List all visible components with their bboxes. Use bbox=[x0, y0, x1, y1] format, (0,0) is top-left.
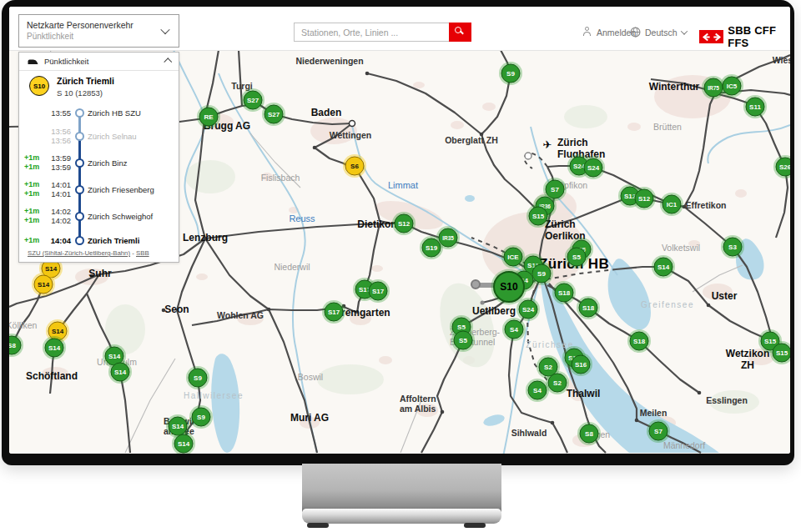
line-badge-s27[interactable]: S27 bbox=[244, 91, 263, 110]
language-selector[interactable]: Deutsch bbox=[630, 27, 687, 38]
stop-node bbox=[75, 212, 84, 221]
line-badge-s4[interactable]: S4 bbox=[528, 381, 547, 400]
line-badge-ir75[interactable]: IR75 bbox=[704, 78, 723, 98]
chevron-down-icon bbox=[680, 28, 687, 34]
line-badge-s14[interactable]: S14 bbox=[34, 275, 53, 294]
layer-dropdown-title: Netzkarte Personenverkehr bbox=[27, 20, 134, 30]
stop-row: 13:5613:56Zürich Selnau bbox=[19, 123, 179, 149]
panel-footer: SZU (Sihltal-Zürich-Uetliberg-Bahn) - SB… bbox=[28, 249, 149, 257]
stop-node bbox=[75, 158, 84, 168]
line-badge-s14[interactable]: S14 bbox=[111, 363, 130, 382]
screen: NiederweningenTurgiBrugg AGBadenWettinge… bbox=[9, 7, 790, 454]
monitor-stand bbox=[302, 464, 501, 512]
line-badge-s10-selected[interactable]: S10 bbox=[493, 271, 525, 303]
line-badge-s18[interactable]: S18 bbox=[630, 332, 649, 351]
login-button[interactable]: Anmelden bbox=[582, 27, 636, 38]
globe-icon bbox=[630, 27, 641, 38]
operator-link[interactable]: SZU (Sihltal-Zürich-Uetliberg-Bahn) bbox=[28, 249, 130, 257]
punctuality-panel: Pünktlichkeit S10 Zürich Triemli S 10 (1… bbox=[18, 52, 179, 263]
train-icon bbox=[28, 58, 38, 65]
sbb-link[interactable]: SBB bbox=[136, 249, 149, 257]
line-badge-ic1[interactable]: IC1 bbox=[662, 195, 682, 214]
stop-name: Zürich Triemli bbox=[86, 236, 179, 245]
line-badge-s18[interactable]: S18 bbox=[555, 284, 574, 303]
line-badge-s5[interactable]: S5 bbox=[454, 331, 473, 350]
line-badge-s24[interactable]: S24 bbox=[584, 158, 603, 178]
train-position-knob bbox=[471, 279, 481, 289]
stop-name: Zürich HB SZU bbox=[86, 108, 179, 118]
monitor-foot-right bbox=[464, 523, 486, 528]
stop-name: Zürich Selnau bbox=[86, 132, 179, 141]
line-badge-s27[interactable]: S27 bbox=[264, 105, 284, 124]
monitor-foot-left bbox=[307, 523, 329, 528]
stop-name: Zürich Binz bbox=[86, 158, 179, 168]
line-badge-s9[interactable]: S9 bbox=[192, 408, 211, 427]
search-input[interactable] bbox=[294, 23, 449, 42]
line-badge-s17[interactable]: S17 bbox=[369, 282, 388, 301]
line-badge-s14[interactable]: S14 bbox=[174, 434, 194, 454]
stop-node bbox=[75, 236, 84, 245]
language-label: Deutsch bbox=[645, 28, 678, 38]
line-badge-s9[interactable]: S9 bbox=[189, 369, 208, 388]
line-badge-s7[interactable]: S7 bbox=[649, 422, 668, 441]
stop-row: +1m+1m14:0114:01Zürich Friesenberg bbox=[19, 176, 179, 203]
train-info: S10 Zürich Triemli S 10 (12853) bbox=[29, 76, 114, 98]
stop-name: Zürich Schweighof bbox=[86, 212, 179, 221]
line-badge-s19[interactable]: S19 bbox=[422, 238, 441, 258]
line-badge-s7[interactable]: S7 bbox=[546, 180, 565, 199]
sbb-logo-text: SBB CFF FFS bbox=[728, 24, 790, 49]
stop-row: +1m+1m13:5913:59Zürich Binz bbox=[19, 149, 179, 176]
stop-node bbox=[75, 108, 84, 118]
panel-header-label: Pünktlichkeit bbox=[44, 57, 88, 66]
line-badge-s14[interactable]: S14 bbox=[45, 339, 64, 358]
line-badge-s14[interactable]: S14 bbox=[169, 417, 188, 436]
stops-list: 13:55Zürich HB SZU13:5613:56Zürich Selna… bbox=[19, 103, 179, 251]
stop-row: 13:55Zürich HB SZU bbox=[19, 103, 179, 123]
line-badge-s26[interactable]: S26 bbox=[776, 158, 791, 177]
line-badge-s2[interactable]: S2 bbox=[548, 374, 567, 393]
line-badge-re[interactable]: RE bbox=[199, 108, 219, 127]
line-badge-s6[interactable]: S6 bbox=[345, 157, 365, 176]
line-badge-s3[interactable]: S3 bbox=[723, 238, 743, 257]
line-badge-ic5[interactable]: IC5 bbox=[723, 77, 742, 96]
line-badge-s18[interactable]: S18 bbox=[579, 299, 598, 318]
train-title: Zürich Triemli bbox=[57, 76, 114, 86]
line-badge-ir35[interactable]: IR35 bbox=[439, 228, 458, 248]
line-badge-s9[interactable]: S9 bbox=[532, 264, 552, 284]
line-badge-s12[interactable]: S12 bbox=[395, 214, 414, 233]
line-badge-s12[interactable]: S12 bbox=[635, 189, 654, 208]
sbb-arrows-icon bbox=[699, 30, 723, 43]
stop-name: Zürich Friesenberg bbox=[86, 185, 179, 194]
monitor-bezel: NiederweningenTurgiBrugg AGBadenWettinge… bbox=[2, 0, 794, 465]
chevron-down-icon bbox=[160, 25, 169, 34]
line-badge-s10-panel: S10 bbox=[29, 76, 49, 96]
line-badge-s5[interactable]: S5 bbox=[567, 248, 587, 267]
line-badge-s16[interactable]: S16 bbox=[572, 355, 591, 374]
line-badge-s17[interactable]: S17 bbox=[325, 303, 344, 322]
chevron-up-icon bbox=[164, 58, 171, 66]
stop-row: +1m+1m14:0214:02Zürich Schweighof bbox=[19, 203, 179, 229]
line-badge-s4[interactable]: S4 bbox=[505, 320, 524, 339]
line-badge-s11[interactable]: S11 bbox=[746, 98, 765, 117]
layer-dropdown-subtitle: Pünktlichkeit bbox=[27, 32, 73, 41]
line-badge-s8[interactable]: S8 bbox=[580, 424, 599, 444]
line-badge-s8[interactable]: S8 bbox=[9, 336, 22, 355]
line-badge-s14[interactable]: S14 bbox=[654, 258, 673, 277]
line-badge-s15[interactable]: S15 bbox=[529, 207, 548, 226]
line-badge-ice[interactable]: ICE bbox=[504, 248, 523, 267]
stop-row: +1m14:04Zürich Triemli bbox=[19, 229, 179, 251]
user-icon bbox=[582, 27, 592, 38]
line-badge-s24[interactable]: S24 bbox=[519, 300, 538, 319]
search-icon bbox=[455, 27, 461, 33]
sbb-logo[interactable]: SBB CFF FFS bbox=[699, 24, 790, 49]
layer-dropdown[interactable]: Netzkarte Personenverkehr Pünktlichkeit bbox=[18, 14, 179, 48]
footer-separator: - bbox=[130, 249, 136, 257]
monitor-base bbox=[302, 509, 501, 524]
line-badge-s9[interactable]: S9 bbox=[501, 64, 521, 83]
panel-header[interactable]: Pünktlichkeit bbox=[19, 53, 179, 71]
line-badge-s15[interactable]: S15 bbox=[773, 344, 791, 363]
stop-node bbox=[75, 132, 84, 141]
train-number: S 10 (12853) bbox=[57, 88, 114, 98]
search-button[interactable] bbox=[449, 23, 471, 42]
stop-node bbox=[75, 185, 84, 194]
